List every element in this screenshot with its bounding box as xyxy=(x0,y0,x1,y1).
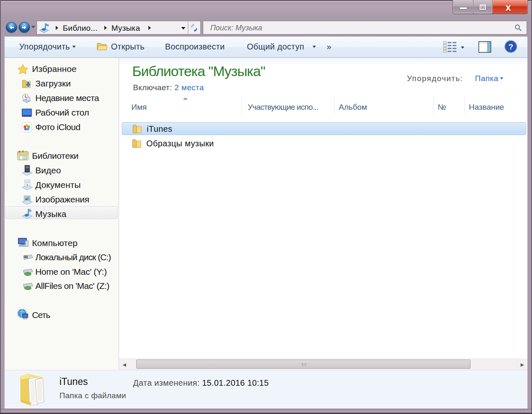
svg-text:?: ? xyxy=(508,42,513,51)
